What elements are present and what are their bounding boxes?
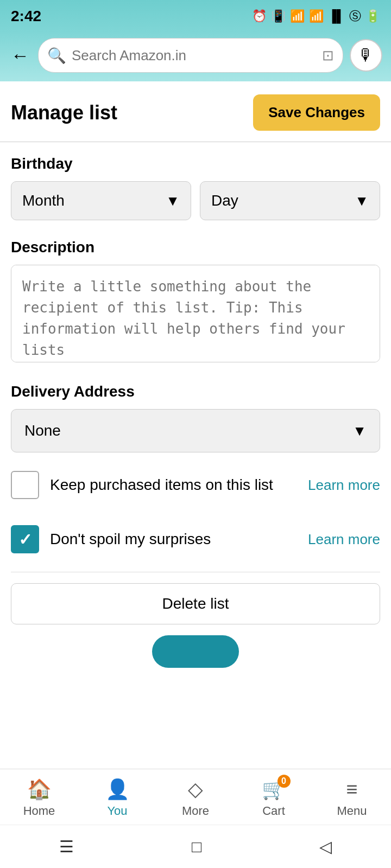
section-divider [11,572,380,572]
dont-spoil-checkbox[interactable] [11,525,39,553]
android-nav: ☰ □ ◁ [0,825,391,868]
keep-purchased-row: Keep purchased items on this list Learn … [11,458,380,512]
camera-icon[interactable]: ⊡ [322,47,334,64]
android-back-icon[interactable]: ◁ [319,837,332,856]
teal-partial-button[interactable] [152,635,239,668]
nav-label-menu: Menu [337,804,367,818]
vibrate-icon: 📳 [271,9,286,23]
delivery-address-section: Delivery Address None ▼ [11,370,380,458]
dont-spoil-row: Don't spoil my surprises Learn more [11,512,380,566]
search-icon: 🔍 [47,47,66,65]
nav-label-you: You [107,804,127,818]
mic-button[interactable]: 🎙 [350,39,382,72]
day-value: Day [211,192,238,209]
dont-spoil-learn-more[interactable]: Learn more [308,531,380,548]
signal-bars-icon: ▐▌ [328,9,345,23]
month-chevron-icon: ▼ [166,193,180,209]
month-value: Month [22,192,65,209]
keep-purchased-learn-more[interactable]: Learn more [308,477,380,494]
signal-icon: 📶 [309,9,324,23]
status-time: 2:42 [11,8,41,25]
search-input[interactable] [72,47,317,64]
bottom-nav: 🏠 Home 👤 You ◇ More 🛒 0 Cart ≡ Menu [0,769,391,825]
s-icon: Ⓢ [349,8,361,24]
delete-list-button[interactable]: Delete list [11,583,380,624]
nav-item-home[interactable]: 🏠 Home [0,769,78,825]
month-dropdown[interactable]: Month ▼ [11,181,191,220]
delivery-address-value: None [24,422,61,439]
description-textarea[interactable] [11,265,380,362]
you-icon: 👤 [105,778,130,801]
android-home-icon[interactable]: □ [192,838,201,856]
nav-label-more: More [182,804,209,818]
keep-purchased-checkbox[interactable] [11,471,39,499]
birthday-row: Month ▼ Day ▼ [11,181,380,220]
keep-purchased-label: Keep purchased items on this list [50,474,273,495]
home-icon: 🏠 [27,778,52,801]
birthday-section: Birthday Month ▼ Day ▼ [11,142,380,226]
nav-label-home: Home [23,804,55,818]
save-changes-button[interactable]: Save Changes [253,94,380,131]
main-content: Manage list Save Changes Birthday Month … [0,81,391,668]
delivery-address-label: Delivery Address [11,383,380,400]
nav-item-you[interactable]: 👤 You [78,769,156,825]
more-icon: ◇ [188,778,203,801]
day-chevron-icon: ▼ [355,193,369,209]
nav-item-more[interactable]: ◇ More [156,769,235,825]
status-bar: 2:42 ⏰ 📳 📶 📶 ▐▌ Ⓢ 🔋 [0,0,391,33]
day-dropdown[interactable]: Day ▼ [200,181,380,220]
delivery-address-dropdown[interactable]: None ▼ [11,409,380,452]
dont-spoil-label: Don't spoil my surprises [50,528,211,550]
search-bar-area: ← 🔍 ⊡ 🎙 [0,33,391,81]
search-box[interactable]: 🔍 ⊡ [38,38,343,73]
back-button[interactable]: ← [9,43,31,68]
cart-wrap: 🛒 0 [262,778,286,801]
cart-badge: 0 [278,775,291,788]
keep-purchased-left: Keep purchased items on this list [11,471,308,499]
wifi-icon: 📶 [290,9,305,23]
battery-icon: 🔋 [365,9,380,23]
description-label: Description [11,239,380,256]
page-title: Manage list [11,101,117,124]
nav-item-menu[interactable]: ≡ Menu [313,769,391,825]
menu-icon: ≡ [346,778,357,801]
alarm-icon: ⏰ [252,9,267,23]
birthday-label: Birthday [11,155,380,173]
description-section: Description [11,226,380,370]
page-header: Manage list Save Changes [11,81,380,142]
nav-item-cart[interactable]: 🛒 0 Cart [235,769,313,825]
android-menu-icon[interactable]: ☰ [59,837,74,856]
dont-spoil-left: Don't spoil my surprises [11,525,308,553]
nav-label-cart: Cart [262,804,285,818]
status-icons: ⏰ 📳 📶 📶 ▐▌ Ⓢ 🔋 [252,8,380,24]
delivery-chevron-icon: ▼ [352,423,367,439]
